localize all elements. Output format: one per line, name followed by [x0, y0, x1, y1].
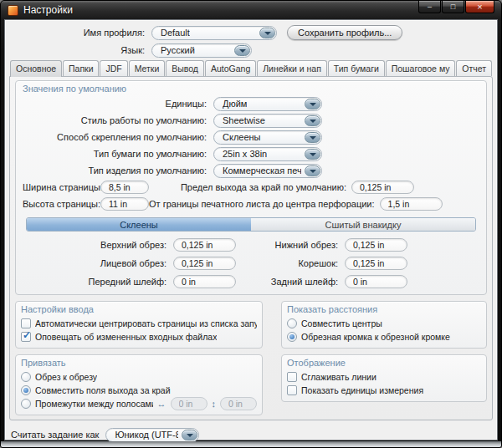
- profile-name-label: Имя профиля:: [9, 28, 151, 38]
- language-dropdown[interactable]: Русский: [151, 43, 252, 58]
- dropdown-arrow-icon: [182, 430, 197, 440]
- smooth-lines-checkbox[interactable]: [287, 372, 297, 382]
- language-value: Русский: [161, 45, 195, 55]
- producttype-value: Коммерческая печать: [223, 165, 301, 176]
- minimize-button[interactable]: –: [418, 1, 441, 13]
- gaps-radio[interactable]: [21, 399, 31, 409]
- dropdown-arrow-icon: [259, 28, 275, 38]
- spine-label: Корешок:: [265, 258, 345, 268]
- encoding-value: Юникод (UTF-8): [115, 430, 178, 440]
- perforation-input[interactable]: [380, 197, 443, 211]
- display-title: Отображение: [287, 357, 481, 370]
- spine-input[interactable]: [345, 257, 407, 270]
- tab-folders[interactable]: Папки: [63, 60, 99, 76]
- show-units-label: Показать единицы измерения: [301, 385, 423, 395]
- autocenter-label: Автоматически центрировать страницы из с…: [35, 318, 257, 328]
- trim-top-label: Верхний обрез:: [23, 240, 173, 250]
- page-width-label: Ширина страницы:: [23, 182, 100, 192]
- trim-edge-radio[interactable]: [287, 332, 297, 342]
- workstyle-label: Стиль работы по умолчанию:: [23, 115, 213, 125]
- papertype-label: Тип бумаги по умолчанию:: [23, 149, 213, 159]
- subtab-saddle[interactable]: Сшитый внакидку: [251, 218, 475, 231]
- save-profile-button[interactable]: Сохранить профиль...: [287, 25, 402, 40]
- trim-to-trim-radio[interactable]: [21, 372, 31, 382]
- papertype-dropdown[interactable]: 25in x 38in: [213, 147, 322, 161]
- profile-name-dropdown[interactable]: Default: [151, 26, 277, 40]
- dropdown-arrow-icon: [305, 149, 320, 160]
- tab-output[interactable]: Вывод: [166, 60, 204, 76]
- page-height-label: Высота страницы:: [23, 199, 100, 209]
- trim-top-input[interactable]: [173, 238, 236, 252]
- binding-dropdown[interactable]: Склеены: [213, 130, 322, 145]
- check-icon: ✓: [23, 329, 31, 341]
- autocenter-checkbox[interactable]: [21, 318, 31, 328]
- smooth-lines-label: Сглаживать линии: [301, 372, 376, 382]
- tab-report[interactable]: Отчет: [456, 60, 492, 76]
- close-icon: ×: [477, 3, 482, 12]
- dropdown-arrow-icon: [305, 132, 320, 143]
- bleed-limit-label: Предел выхода за край по умолчанию:: [149, 182, 351, 192]
- tab-step[interactable]: Пошаговое му: [386, 60, 456, 76]
- input-settings-group: Настройки ввода Автоматически центрирова…: [15, 301, 263, 349]
- input-settings-title: Настройки ввода: [21, 303, 257, 317]
- dropdown-arrow-icon: [234, 45, 250, 56]
- front-tail-input[interactable]: [173, 275, 236, 288]
- gaps-label: Промежутки между полосами:: [35, 399, 153, 409]
- producttype-label: Тип изделия по умолчанию:: [23, 165, 213, 176]
- tab-jdf[interactable]: JDF: [100, 60, 127, 76]
- subtab-glued[interactable]: Склеены: [27, 218, 251, 231]
- page-height-input[interactable]: [100, 197, 149, 211]
- tab-marks[interactable]: Метки: [129, 60, 166, 76]
- tab-main[interactable]: Основное: [10, 60, 62, 77]
- back-tail-input[interactable]: [345, 275, 407, 288]
- trim-bottom-input[interactable]: [345, 238, 407, 252]
- trim-edge-label: Обрезная кромка к обрезной кромке: [301, 332, 450, 342]
- show-units-checkbox[interactable]: [287, 385, 297, 395]
- close-button[interactable]: ×: [465, 1, 494, 13]
- maximize-button[interactable]: □: [442, 1, 464, 13]
- workstyle-dropdown[interactable]: Sheetwise: [213, 114, 322, 128]
- binding-value: Склеены: [223, 132, 261, 142]
- trim-bottom-label: Нижний обрез:: [265, 240, 345, 250]
- trim-face-label: Лицевой обрез:: [23, 258, 173, 268]
- display-group: Отображение Сглаживать линии Показать ед…: [281, 354, 487, 402]
- units-dropdown[interactable]: Дюйм: [213, 97, 322, 111]
- tab-papertype[interactable]: Тип бумаги: [328, 60, 385, 76]
- snap-group: Привязать Обрез к обрезу Совместить поля…: [15, 354, 263, 415]
- units-value: Дюйм: [223, 99, 247, 109]
- horizontal-gap-icon: ↔: [157, 400, 166, 409]
- notify-checkbox[interactable]: ✓: [21, 332, 31, 342]
- gap-horizontal-input: [171, 397, 207, 410]
- show-distances-title: Показать расстояния: [287, 303, 481, 317]
- language-label: Язык:: [9, 45, 151, 55]
- producttype-dropdown[interactable]: Коммерческая печать: [213, 164, 322, 178]
- snap-title: Привязать: [21, 357, 257, 370]
- tab-autogang[interactable]: AutoGang: [205, 60, 256, 76]
- profile-name-value: Default: [161, 28, 190, 38]
- treat-as-label: Считать задание как: [11, 430, 105, 440]
- units-label: Единицы:: [23, 99, 213, 109]
- binding-subtabs: Склеены Сшитый внакидку: [26, 217, 476, 232]
- align-centers-label: Совместить центры: [301, 318, 382, 328]
- tabstrip: Основное Папки JDF Метки Вывод AutoGang …: [9, 60, 493, 76]
- notify-label: Оповещать об измененных входных файлах: [35, 332, 217, 342]
- align-centers-radio[interactable]: [287, 318, 297, 328]
- dropdown-arrow-icon: [305, 165, 320, 176]
- show-distances-group: Показать расстояния Совместить центры Об…: [281, 301, 487, 349]
- encoding-dropdown[interactable]: Юникод (UTF-8): [105, 428, 199, 442]
- tab-panel: Значения по умолчанию Единицы: Дюйм Стил…: [9, 76, 493, 420]
- settings-window: Настройки – □ × Имя профиля: Default Сох…: [0, 0, 502, 448]
- maximize-icon: □: [451, 3, 455, 11]
- bleed-limit-input[interactable]: [351, 181, 414, 194]
- dialog-content: Имя профиля: Default Сохранить профиль..…: [4, 19, 498, 440]
- app-icon: [8, 5, 18, 16]
- papertype-value: 25in x 38in: [223, 149, 267, 159]
- defaults-group: Значения по умолчанию Единицы: Дюйм Стил…: [15, 80, 487, 295]
- tab-rulers[interactable]: Линейки и нап: [257, 60, 327, 76]
- trim-face-input[interactable]: [173, 257, 236, 270]
- vertical-gap-icon: ↕: [212, 400, 217, 409]
- align-bleed-radio[interactable]: [21, 385, 31, 395]
- trim-settings: Верхний обрез: Нижний обрез: Лицевой обр…: [23, 237, 479, 290]
- page-width-input[interactable]: [100, 181, 149, 194]
- window-controls: – □ ×: [418, 1, 494, 13]
